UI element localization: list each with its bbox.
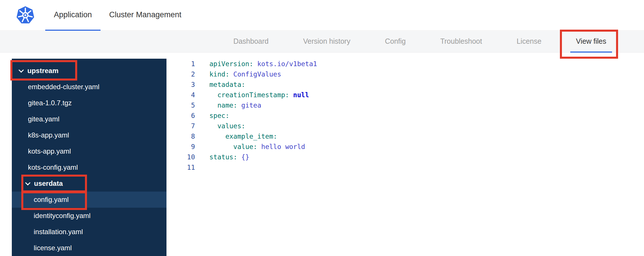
code-token-key: values:	[217, 122, 245, 130]
code-token-key: value:	[233, 143, 257, 150]
code-token-value: kots.io/v1beta1	[257, 60, 317, 68]
code-token-plain	[209, 133, 225, 140]
tree-item-label: userdata	[34, 179, 63, 188]
code-line	[209, 162, 317, 173]
line-number: 3	[166, 79, 195, 90]
code-line: apiVersion: kots.io/v1beta1	[209, 59, 317, 69]
code-token-key: apiVersion:	[209, 60, 253, 68]
code-token-key: spec:	[209, 112, 229, 119]
tree-item-label: config.yaml	[34, 196, 69, 204]
subnav-tab-troubleshoot[interactable]: Troubleshoot	[435, 31, 488, 53]
line-number: 5	[166, 100, 195, 110]
top-tab-application[interactable]: Application	[45, 0, 101, 31]
top-header: ApplicationCluster Management	[0, 0, 644, 31]
code-line: kind: ConfigValues	[209, 69, 317, 79]
subnav-tab-view-files[interactable]: View files	[570, 31, 612, 53]
code-token-key: creationTimestamp:	[217, 91, 289, 99]
tree-item-label: embedded-cluster.yaml	[28, 83, 99, 91]
tree-item-label: k8s-app.yaml	[28, 131, 69, 139]
code-token-plain	[209, 122, 217, 130]
tree-file-gitea-yaml[interactable]: gitea.yaml	[12, 111, 166, 127]
code-token-plain	[209, 91, 217, 99]
code-token-plain	[229, 70, 233, 78]
line-number: 11	[166, 162, 195, 173]
top-tab-cluster-management[interactable]: Cluster Management	[101, 0, 190, 31]
code-token-null: null	[293, 91, 309, 99]
code-line: metadata:	[209, 79, 317, 90]
kubernetes-logo[interactable]	[16, 5, 35, 25]
tree-item-label: kots-config.yaml	[28, 163, 78, 171]
tree-item-label: upstream	[27, 67, 58, 75]
code-token-value: hello world	[261, 143, 305, 150]
tree-file-embedded-cluster-yaml[interactable]: embedded-cluster.yaml	[12, 79, 166, 95]
top-nav: ApplicationCluster Management	[45, 0, 190, 31]
tree-file-config-yaml[interactable]: config.yaml	[12, 192, 166, 208]
tree-folder-userdata[interactable]: userdata	[12, 175, 166, 192]
tree-folder-upstream[interactable]: upstream	[12, 63, 166, 79]
code-token-value: gitea	[241, 102, 261, 109]
tree-file-installation-yaml[interactable]: installation.yaml	[12, 224, 166, 240]
code-line: value: hello world	[209, 142, 317, 152]
kots-admin-console: ApplicationCluster Management DashboardV…	[0, 0, 644, 256]
line-number: 10	[166, 152, 195, 162]
code-token-plain	[257, 143, 261, 150]
subnav-tab-version-history[interactable]: Version history	[297, 31, 356, 53]
tree-item-label: installation.yaml	[34, 228, 83, 236]
kubernetes-helm-icon	[16, 5, 35, 25]
line-number: 4	[166, 90, 195, 100]
tree-item-label: kots-app.yaml	[28, 147, 71, 155]
tree-file-kots-config-yaml[interactable]: kots-config.yaml	[12, 159, 166, 175]
code-token-plain	[209, 143, 233, 150]
tree-item-label: gitea.yaml	[28, 115, 59, 123]
chevron-down-icon	[18, 67, 24, 72]
code-token-value: ConfigValues	[233, 70, 281, 78]
line-number: 8	[166, 131, 195, 142]
code-token-plain	[237, 102, 241, 109]
tree-file-identityconfig-yaml[interactable]: identityconfig.yaml	[12, 208, 166, 224]
code-token-key: example_item:	[225, 133, 277, 140]
tree-item-label: identityconfig.yaml	[34, 212, 90, 220]
code-token-plain	[253, 60, 257, 68]
code-line: example_item:	[209, 131, 317, 142]
code-line: spec:	[209, 110, 317, 121]
chevron-down-icon	[25, 180, 30, 185]
code-token-key: status:	[209, 153, 237, 161]
code-line: name: gitea	[209, 100, 317, 110]
line-number: 2	[166, 69, 195, 79]
subnav-tab-config[interactable]: Config	[379, 31, 411, 53]
line-number: 7	[166, 121, 195, 131]
app-subnav: DashboardVersion historyConfigTroublesho…	[0, 31, 644, 53]
code-token-plain	[289, 91, 293, 99]
tree-file-license-yaml[interactable]: license.yaml	[12, 240, 166, 256]
code-token-key: name:	[217, 102, 237, 109]
editor-gutter: 1234567891011	[166, 59, 195, 256]
tree-item-label: gitea-1.0.7.tgz	[28, 99, 72, 107]
code-token-key: metadata:	[209, 81, 245, 88]
code-token-key: kind:	[209, 70, 229, 78]
tree-file-kots-app-yaml[interactable]: kots-app.yaml	[12, 143, 166, 159]
tree-file-gitea-1-0-7-tgz[interactable]: gitea-1.0.7.tgz	[12, 95, 166, 111]
tree-item-label: license.yaml	[34, 244, 72, 252]
code-line: values:	[209, 121, 317, 131]
code-editor[interactable]: 1234567891011 apiVersion: kots.io/v1beta…	[166, 59, 644, 256]
file-tree-sidebar: upstreamembedded-cluster.yamlgitea-1.0.7…	[12, 59, 166, 256]
code-token-value: {}	[241, 153, 249, 161]
code-token-plain	[237, 153, 241, 161]
line-number: 1	[166, 59, 195, 69]
code-token-plain	[209, 102, 217, 109]
subnav-tab-dashboard[interactable]: Dashboard	[228, 31, 274, 53]
line-number: 6	[166, 110, 195, 121]
code-line: creationTimestamp: null	[209, 90, 317, 100]
editor-content: apiVersion: kots.io/v1beta1kind: ConfigV…	[195, 59, 317, 256]
tree-file-k8s-app-yaml[interactable]: k8s-app.yaml	[12, 127, 166, 143]
code-line: status: {}	[209, 152, 317, 162]
subnav-tab-license[interactable]: License	[511, 31, 547, 53]
line-number: 9	[166, 142, 195, 152]
